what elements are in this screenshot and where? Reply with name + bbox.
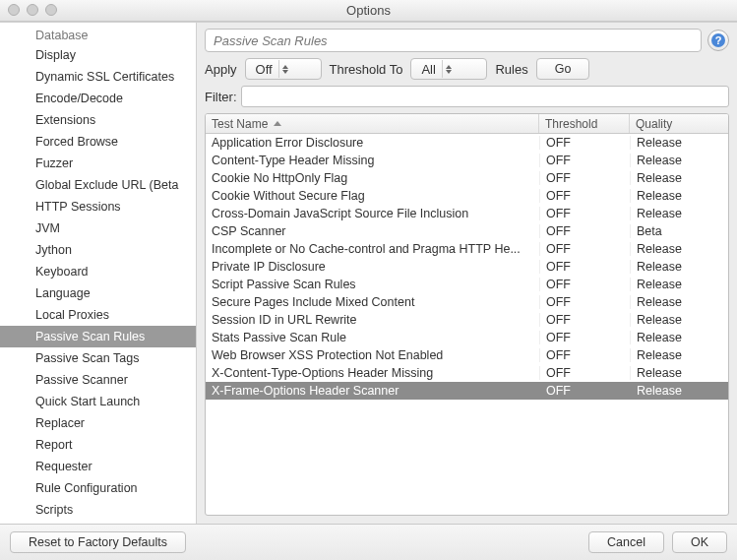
cancel-button-label: Cancel bbox=[607, 535, 645, 549]
go-button[interactable]: Go bbox=[536, 58, 590, 80]
table-row[interactable]: Cookie Without Secure FlagOFFRelease bbox=[206, 187, 728, 205]
sidebar-item[interactable]: Report bbox=[0, 434, 196, 456]
sidebar-item[interactable]: Passive Scan Rules bbox=[0, 326, 196, 347]
cell-test-name: Incomplete or No Cache-control and Pragm… bbox=[206, 242, 539, 256]
table-row[interactable]: Session ID in URL RewriteOFFRelease bbox=[206, 311, 728, 329]
cell-test-name: Content-Type Header Missing bbox=[206, 154, 539, 167]
table-row[interactable]: CSP ScannerOFFBeta bbox=[206, 222, 728, 240]
col-header-quality[interactable]: Quality bbox=[630, 114, 728, 133]
filter-input[interactable] bbox=[241, 86, 730, 107]
sidebar-item-label: Jython bbox=[35, 243, 72, 257]
cell-quality: Release bbox=[630, 366, 728, 380]
table-row[interactable]: Script Passive Scan RulesOFFRelease bbox=[206, 276, 728, 293]
ok-button-label: OK bbox=[691, 535, 708, 549]
table-row[interactable]: Application Error DisclosureOFFRelease bbox=[206, 134, 728, 152]
threshold-select[interactable]: All bbox=[410, 58, 487, 80]
sidebar-item[interactable]: Keyboard bbox=[0, 261, 196, 282]
zoom-icon[interactable] bbox=[45, 4, 57, 16]
sidebar-item[interactable]: Encode/Decode bbox=[0, 88, 196, 109]
sidebar-item-label: Extensions bbox=[35, 113, 95, 127]
sidebar-item[interactable]: Language bbox=[0, 282, 196, 304]
apply-select[interactable]: Off bbox=[245, 58, 322, 80]
cell-quality: Release bbox=[630, 136, 728, 150]
table-row[interactable]: Incomplete or No Cache-control and Pragm… bbox=[206, 240, 728, 258]
filter-label: Filter: bbox=[205, 90, 237, 104]
cancel-button[interactable]: Cancel bbox=[588, 531, 664, 553]
sidebar-item[interactable]: Passive Scanner bbox=[0, 369, 196, 391]
cell-test-name: Cookie Without Secure Flag bbox=[206, 189, 539, 203]
chevron-updown-icon bbox=[442, 60, 456, 78]
ok-button[interactable]: OK bbox=[672, 531, 727, 553]
col-header-test-name[interactable]: Test Name bbox=[206, 114, 539, 133]
cell-quality: Beta bbox=[630, 224, 728, 238]
cell-test-name: X-Frame-Options Header Scanner bbox=[206, 384, 539, 398]
rules-table: Test Name Threshold Quality Application … bbox=[205, 113, 729, 516]
cell-threshold: OFF bbox=[539, 313, 630, 327]
cell-test-name: Stats Passive Scan Rule bbox=[206, 331, 539, 344]
sidebar-item[interactable]: Scripts bbox=[0, 499, 196, 521]
sidebar-item-label: Report bbox=[35, 438, 73, 452]
help-icon: ? bbox=[711, 33, 725, 47]
reset-defaults-button-label: Reset to Factory Defaults bbox=[29, 535, 167, 549]
cell-quality: Release bbox=[630, 384, 728, 398]
reset-defaults-button[interactable]: Reset to Factory Defaults bbox=[10, 531, 186, 553]
minimize-icon[interactable] bbox=[27, 4, 38, 16]
chevron-updown-icon bbox=[278, 60, 292, 78]
cell-quality: Release bbox=[630, 295, 728, 309]
table-row[interactable]: Stats Passive Scan RuleOFFRelease bbox=[206, 329, 728, 346]
sidebar-item[interactable]: Display bbox=[0, 44, 196, 66]
sidebar-item[interactable]: Global Exclude URL (Beta bbox=[0, 174, 196, 196]
help-button[interactable]: ? bbox=[707, 30, 729, 51]
cell-quality: Release bbox=[630, 260, 728, 274]
sidebar-item[interactable]: JVM bbox=[0, 218, 196, 239]
table-header: Test Name Threshold Quality bbox=[206, 114, 728, 134]
sidebar-item[interactable]: Jython bbox=[0, 239, 196, 261]
cell-threshold: OFF bbox=[539, 136, 630, 150]
sidebar-item[interactable]: Database bbox=[0, 29, 196, 44]
sidebar-item[interactable]: Fuzzer bbox=[0, 153, 196, 174]
apply-label: Apply bbox=[205, 62, 237, 77]
sidebar-item-label: Passive Scan Tags bbox=[35, 351, 139, 365]
sidebar-item[interactable]: Forced Browse bbox=[0, 131, 196, 153]
cell-quality: Release bbox=[630, 171, 728, 185]
table-row[interactable]: Web Browser XSS Protection Not EnabledOF… bbox=[206, 346, 728, 364]
close-icon[interactable] bbox=[8, 4, 20, 16]
sidebar-item-label: Rule Configuration bbox=[35, 481, 138, 495]
sidebar-item-label: Passive Scanner bbox=[35, 373, 128, 387]
cell-threshold: OFF bbox=[539, 295, 630, 309]
sidebar-item[interactable]: Local Proxies bbox=[0, 304, 196, 326]
sidebar-item[interactable]: Dynamic SSL Certificates bbox=[0, 66, 196, 88]
cell-quality: Release bbox=[630, 154, 728, 167]
panel-heading-input[interactable] bbox=[205, 29, 702, 52]
cell-threshold: OFF bbox=[539, 171, 630, 185]
options-main-panel: ? Apply Off Threshold To All Rules Go Fi… bbox=[197, 23, 737, 524]
table-row[interactable]: Secure Pages Include Mixed ContentOFFRel… bbox=[206, 293, 728, 311]
window-title: Options bbox=[0, 3, 737, 18]
table-row[interactable]: Content-Type Header MissingOFFRelease bbox=[206, 152, 728, 169]
sidebar-item[interactable]: Passive Scan Tags bbox=[0, 347, 196, 369]
cell-test-name: Script Passive Scan Rules bbox=[206, 278, 539, 291]
rules-label: Rules bbox=[495, 62, 527, 77]
cell-test-name: CSP Scanner bbox=[206, 224, 539, 238]
sidebar-item[interactable]: Rule Configuration bbox=[0, 477, 196, 499]
table-row[interactable]: Cross-Domain JavaScript Source File Incl… bbox=[206, 205, 728, 222]
table-row[interactable]: X-Frame-Options Header ScannerOFFRelease bbox=[206, 382, 728, 400]
sidebar-item[interactable]: HTTP Sessions bbox=[0, 196, 196, 218]
sidebar-item[interactable]: Extensions bbox=[0, 109, 196, 131]
cell-threshold: OFF bbox=[539, 366, 630, 380]
cell-threshold: OFF bbox=[539, 189, 630, 203]
sidebar-item-label: Replacer bbox=[35, 416, 85, 430]
sidebar-item-label: Fuzzer bbox=[35, 156, 73, 170]
col-header-test-name-label: Test Name bbox=[212, 117, 268, 131]
table-row[interactable]: Private IP DisclosureOFFRelease bbox=[206, 258, 728, 276]
cell-quality: Release bbox=[630, 278, 728, 291]
col-header-threshold[interactable]: Threshold bbox=[539, 114, 630, 133]
cell-threshold: OFF bbox=[539, 224, 630, 238]
sidebar-item-label: Requester bbox=[35, 460, 92, 473]
sidebar-item-label: Scripts bbox=[35, 503, 73, 517]
table-row[interactable]: Cookie No HttpOnly FlagOFFRelease bbox=[206, 169, 728, 187]
sidebar-item[interactable]: Requester bbox=[0, 456, 196, 477]
sidebar-item[interactable]: Replacer bbox=[0, 412, 196, 434]
table-row[interactable]: X-Content-Type-Options Header MissingOFF… bbox=[206, 364, 728, 382]
sidebar-item[interactable]: Quick Start Launch bbox=[0, 391, 196, 412]
